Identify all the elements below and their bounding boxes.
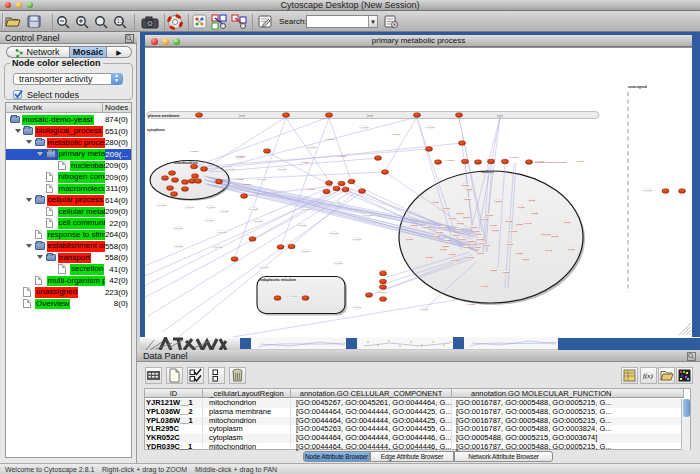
- svg-text:[mm]: [mm]: [239, 114, 245, 118]
- svg-text:Ygl02w: Ygl02w: [481, 285, 489, 287]
- svg-text:[Yxl00w]: [Yxl00w]: [425, 126, 434, 129]
- svg-text:[Yxl00w]: [Yxl00w]: [277, 168, 286, 171]
- svg-text:Ygl02w: Ygl02w: [543, 233, 551, 235]
- svg-text:Ygl02w: Ygl02w: [458, 238, 466, 240]
- svg-text:Ygl02w: Ygl02w: [439, 248, 447, 250]
- svg-text:[Yxl00w]: [Yxl00w]: [359, 126, 368, 129]
- svg-text:Ygl02w: Ygl02w: [442, 207, 450, 209]
- svg-text:Ygl02w: Ygl02w: [455, 228, 463, 230]
- svg-text:Ygl02w: Ygl02w: [474, 233, 482, 235]
- svg-text:Ygl02w: Ygl02w: [510, 230, 518, 232]
- svg-text:[Yxl00w]: [Yxl00w]: [242, 183, 251, 186]
- svg-text:[Yxl00w]: [Yxl00w]: [157, 204, 166, 207]
- svg-text:unassigned: unassigned: [628, 85, 647, 89]
- svg-text:[Yxl00w]: [Yxl00w]: [466, 303, 475, 306]
- svg-text:Ygl02w: Ygl02w: [516, 252, 524, 254]
- svg-text:[Yxl00w]: [Yxl00w]: [189, 150, 198, 153]
- svg-text:Ygl02w: Ygl02w: [551, 235, 559, 237]
- svg-text:plasma membrane: plasma membrane: [148, 114, 180, 118]
- svg-text:[Yxl00w]: [Yxl00w]: [331, 201, 340, 204]
- svg-text:[Yxl00w]: [Yxl00w]: [174, 227, 183, 230]
- svg-text:[Yxl00w]: [Yxl00w]: [257, 178, 266, 181]
- svg-text:Ygl02w: Ygl02w: [462, 216, 470, 218]
- svg-text:Ygl02w: Ygl02w: [465, 188, 473, 190]
- svg-text:[Yxl00w]: [Yxl00w]: [307, 146, 316, 149]
- svg-text:endoplasmic reticulum: endoplasmic reticulum: [259, 278, 296, 282]
- svg-text:Ygl02w: Ygl02w: [466, 256, 474, 258]
- svg-text:[Yxl00w]: [Yxl00w]: [287, 295, 296, 298]
- svg-text:nucleus: nucleus: [481, 170, 494, 174]
- svg-text:Ygl02w: Ygl02w: [491, 229, 499, 231]
- svg-text:Ygl02w: Ygl02w: [482, 244, 490, 246]
- svg-text:Ygl02w: Ygl02w: [439, 226, 447, 228]
- svg-text:Ygl02w: Ygl02w: [522, 258, 530, 260]
- svg-text:Ygl02w: Ygl02w: [567, 248, 575, 250]
- svg-text:[Yxl00w]: [Yxl00w]: [575, 160, 584, 163]
- svg-text:Ygl02w: Ygl02w: [452, 234, 460, 236]
- svg-text:[mm]: [mm]: [497, 114, 503, 118]
- svg-text:[Yxl00w]: [Yxl00w]: [306, 188, 315, 191]
- svg-text:[Yxl00w]: [Yxl00w]: [325, 138, 334, 141]
- svg-text:Ygl02w: Ygl02w: [506, 243, 514, 245]
- svg-text:[Yxl00w]: [Yxl00w]: [206, 206, 215, 209]
- svg-text:Ygl02w: Ygl02w: [485, 214, 493, 216]
- svg-text:Ygl02w: Ygl02w: [531, 212, 539, 214]
- svg-text:Ygl02w: Ygl02w: [516, 223, 524, 225]
- svg-text:[Yxl00w]: [Yxl00w]: [333, 262, 342, 265]
- svg-text:Ygl02w: Ygl02w: [476, 252, 484, 254]
- svg-text:Ygl02w: Ygl02w: [433, 235, 441, 237]
- svg-text:[Yxl00w]: [Yxl00w]: [352, 306, 361, 309]
- svg-text:[Yxl00w]: [Yxl00w]: [219, 210, 228, 213]
- svg-text:Ygl02w: Ygl02w: [528, 199, 536, 201]
- svg-text:Ygl02w: Ygl02w: [442, 245, 450, 247]
- svg-text:[Yxl00w]: [Yxl00w]: [205, 219, 214, 222]
- svg-text:Ygl02w: Ygl02w: [448, 253, 456, 255]
- svg-text:[Yxl00w]: [Yxl00w]: [378, 285, 387, 288]
- svg-text:Ygl02w: Ygl02w: [490, 269, 498, 271]
- svg-text:[Yxl00w]: [Yxl00w]: [300, 161, 309, 164]
- svg-text:Ygl02w: Ygl02w: [545, 249, 553, 251]
- svg-text:[Yxl00w]: [Yxl00w]: [185, 206, 194, 209]
- svg-text:Ygl02w: Ygl02w: [466, 240, 474, 242]
- svg-text:[Yxl00w]: [Yxl00w]: [445, 159, 454, 162]
- svg-text:Ygl02w: Ygl02w: [410, 224, 418, 226]
- svg-text:Ygl02w: Ygl02w: [474, 246, 482, 248]
- svg-text:[Yxl00w]: [Yxl00w]: [352, 238, 361, 241]
- svg-text:Ygl02w: Ygl02w: [505, 220, 513, 222]
- svg-text:Ygl02w: Ygl02w: [524, 222, 532, 224]
- svg-text:Ygl02w: Ygl02w: [464, 198, 472, 200]
- svg-text:Ygl02w: Ygl02w: [422, 226, 430, 228]
- svg-text:Ygl02w: Ygl02w: [494, 200, 502, 202]
- svg-text:Ygl02w: Ygl02w: [462, 246, 470, 248]
- svg-text:Ygl02w: Ygl02w: [490, 224, 498, 226]
- svg-text:[Yxl00w]: [Yxl00w]: [391, 133, 400, 136]
- svg-text:Ygl02w: Ygl02w: [480, 218, 488, 220]
- svg-text:f(x): f(x): [643, 372, 653, 380]
- svg-text:[Yxl00w]: [Yxl00w]: [329, 232, 338, 235]
- svg-text:Ygl02w: Ygl02w: [563, 221, 571, 223]
- svg-text:Ygl02w: Ygl02w: [448, 217, 456, 219]
- svg-text:Ygl02w: Ygl02w: [470, 226, 478, 228]
- svg-text:Ygl02w: Ygl02w: [456, 212, 464, 214]
- svg-text:cytoplasm: cytoplasm: [147, 128, 165, 132]
- svg-text:[Yxl00w]: [Yxl00w]: [174, 245, 183, 248]
- svg-text:Ygl02w: Ygl02w: [477, 238, 485, 240]
- svg-text:[Yxl00w]: [Yxl00w]: [486, 158, 495, 161]
- svg-text:[Yxl00w]: [Yxl00w]: [225, 168, 234, 171]
- svg-text:[Yxl00w]: [Yxl00w]: [213, 246, 222, 249]
- svg-text:[Yxl00w]: [Yxl00w]: [297, 224, 306, 227]
- svg-text:[Yxl00w]: [Yxl00w]: [535, 160, 544, 163]
- svg-text:[Yxl00w]: [Yxl00w]: [378, 269, 387, 272]
- svg-text:[Yxl00w]: [Yxl00w]: [259, 266, 268, 269]
- svg-text:[Yxl00w]: [Yxl00w]: [362, 214, 371, 217]
- svg-text:Ygl02w: Ygl02w: [517, 206, 525, 208]
- svg-text:[Yxl00w]: [Yxl00w]: [236, 155, 245, 158]
- svg-text:[Yxl00w]: [Yxl00w]: [300, 250, 309, 253]
- svg-text:Ygl02w: Ygl02w: [461, 184, 469, 186]
- svg-text:Ygl02w: Ygl02w: [452, 259, 460, 261]
- svg-text:[Yxl00w]: [Yxl00w]: [253, 220, 262, 223]
- svg-text:[Yxl00w]: [Yxl00w]: [337, 155, 346, 158]
- svg-text:Ygl02w: Ygl02w: [432, 201, 440, 203]
- svg-text:[mm]: [mm]: [367, 114, 373, 118]
- svg-text:[Yxl00w]: [Yxl00w]: [509, 156, 518, 159]
